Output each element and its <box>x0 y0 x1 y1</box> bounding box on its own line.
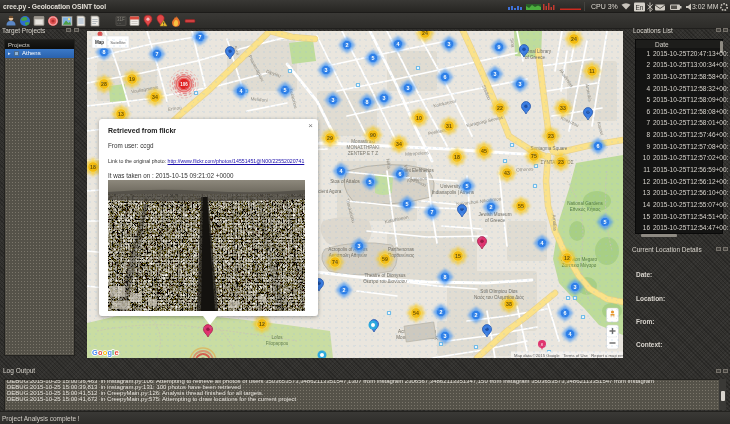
svg-text:3: 3 <box>332 97 335 103</box>
svg-text:Satellite: Satellite <box>110 40 126 45</box>
svg-text:Parthenonas: Parthenonas <box>388 247 415 252</box>
svg-text:33: 33 <box>560 105 566 111</box>
svg-text:Stoa of Attalos: Stoa of Attalos <box>330 179 360 184</box>
svg-text:28: 28 <box>101 81 107 87</box>
svg-text:8: 8 <box>103 49 106 55</box>
svg-text:43: 43 <box>504 170 510 176</box>
svg-text:4: 4 <box>397 41 400 47</box>
svg-text:74: 74 <box>332 259 338 265</box>
svg-text:CPU 3%: CPU 3% <box>591 3 618 10</box>
svg-text:10: 10 <box>416 115 422 121</box>
svg-text:2: 2 <box>343 287 346 293</box>
svg-text:12: 12 <box>564 255 570 261</box>
svg-text:8: 8 <box>444 274 447 280</box>
svg-text:5: 5 <box>284 87 287 93</box>
svg-text:2: 2 <box>440 309 443 315</box>
svg-text:3: 3 <box>407 85 410 91</box>
svg-text:45: 45 <box>481 148 487 154</box>
svg-text:Theatre of Dionysus: Theatre of Dionysus <box>364 273 406 278</box>
svg-text:of Greece: of Greece <box>485 218 506 223</box>
svg-text:fl: fl <box>541 343 543 347</box>
svg-text:19: 19 <box>129 76 135 82</box>
svg-text:24: 24 <box>422 31 428 36</box>
svg-text:3: 3 <box>494 71 497 77</box>
svg-text:Filopappou: Filopappou <box>266 341 289 346</box>
svg-text:75: 75 <box>531 153 537 159</box>
svg-text:31: 31 <box>446 123 452 129</box>
svg-text:7: 7 <box>199 34 202 40</box>
svg-text:of Greece: of Greece <box>525 55 546 60</box>
svg-text:59: 59 <box>382 256 388 262</box>
svg-text:6: 6 <box>597 143 600 149</box>
svg-text:ΖΕΝΤΕΡ Ε Τ Ζ: ΖΕΝΤΕΡ Ε Τ Ζ <box>348 151 379 156</box>
svg-text:4: 4 <box>569 331 572 337</box>
svg-text:23: 23 <box>558 159 564 165</box>
svg-text:7: 7 <box>156 51 159 57</box>
svg-text:Ναός του Ολυμπίου Διός: Ναός του Ολυμπίου Διός <box>474 294 525 300</box>
svg-text:Θέατρο του Διονύσου: Θέατρο του Διονύσου <box>363 278 407 284</box>
svg-text:3: 3 <box>358 243 361 249</box>
svg-text:18: 18 <box>454 154 460 160</box>
svg-text:4: 4 <box>541 240 544 246</box>
svg-text:29: 29 <box>327 135 333 141</box>
svg-text:8: 8 <box>366 99 369 105</box>
svg-text:90: 90 <box>370 132 376 138</box>
svg-text:e: e <box>114 348 118 357</box>
svg-text:38: 38 <box>506 301 512 307</box>
svg-text:3: 3 <box>519 81 522 87</box>
svg-text:National Gardens: National Gardens <box>567 201 603 206</box>
svg-text:5: 5 <box>604 219 607 225</box>
svg-text:12: 12 <box>259 321 265 327</box>
svg-text:18: 18 <box>90 164 96 170</box>
svg-text:Εθνικός Κήπος: Εθνικός Κήπος <box>570 206 601 212</box>
svg-text:6: 6 <box>444 74 447 80</box>
svg-text:3: 3 <box>574 284 577 290</box>
svg-text:15: 15 <box>455 253 461 259</box>
svg-text:En: En <box>636 4 644 11</box>
svg-text:Map: Map <box>95 40 104 45</box>
svg-text:6: 6 <box>399 171 402 177</box>
svg-text:5: 5 <box>372 55 375 61</box>
svg-text:34: 34 <box>396 141 402 147</box>
svg-text:24: 24 <box>571 36 577 42</box>
svg-text:3: 3 <box>448 41 451 47</box>
svg-text:5: 5 <box>406 201 409 207</box>
svg-text:9: 9 <box>498 44 501 50</box>
svg-text:23: 23 <box>548 133 554 139</box>
svg-text:34: 34 <box>152 94 158 100</box>
svg-text:3: 3 <box>444 333 447 339</box>
svg-text:2: 2 <box>475 312 478 318</box>
svg-text:5: 5 <box>466 183 469 189</box>
svg-text:4: 4 <box>240 88 243 94</box>
svg-text:106: 106 <box>180 82 188 87</box>
svg-text:7: 7 <box>431 209 434 215</box>
svg-text:4: 4 <box>340 168 343 174</box>
svg-text:54: 54 <box>413 310 419 316</box>
svg-text:Stili Olimpiou Dios: Stili Olimpiou Dios <box>480 289 518 294</box>
svg-text:3: 3 <box>325 67 328 73</box>
svg-text:2: 2 <box>490 204 493 210</box>
svg-text:5: 5 <box>369 179 372 185</box>
svg-text:13: 13 <box>118 111 124 117</box>
svg-text:55: 55 <box>518 203 524 209</box>
svg-text:Map data ©2015 Google Terms: Map data ©2015 Google Terms of Use Repor… <box>514 353 623 358</box>
svg-text:Lofos: Lofos <box>271 335 283 340</box>
svg-text:3:02 ΜΜ: 3:02 ΜΜ <box>692 3 719 10</box>
svg-text:2: 2 <box>346 42 349 48</box>
svg-text:22: 22 <box>497 105 503 111</box>
svg-text:6: 6 <box>564 310 567 316</box>
svg-text:ΜΟΝΑΣΤΗΡΑΚΙ: ΜΟΝΑΣΤΗΡΑΚΙ <box>347 145 380 150</box>
svg-text:···: ··· <box>117 21 122 26</box>
svg-text:11: 11 <box>589 68 595 74</box>
svg-text:3: 3 <box>383 95 386 101</box>
